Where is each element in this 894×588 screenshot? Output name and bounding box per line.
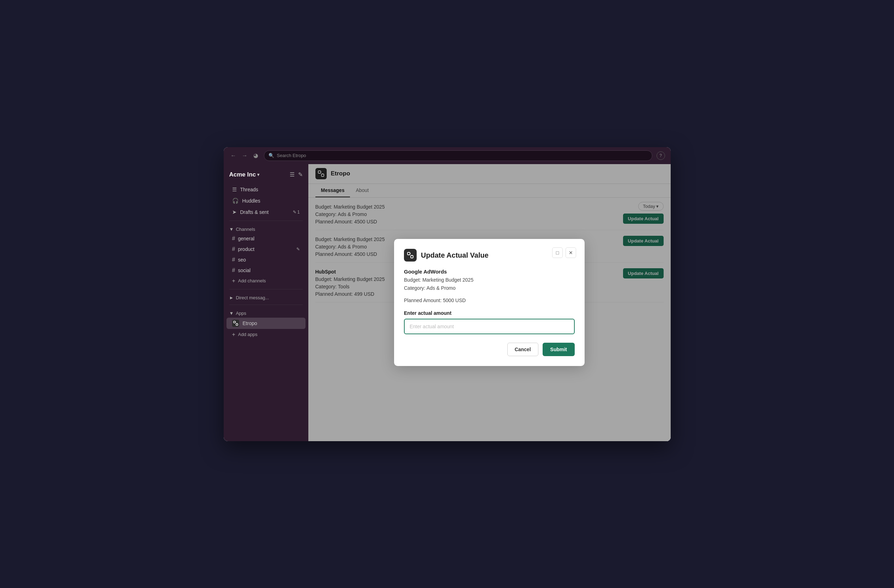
update-actual-modal: □ ✕ Update Actual [394, 239, 584, 366]
history-button[interactable]: ◕ [252, 151, 260, 160]
sidebar: Acme Inc ▾ ☰ ✎ ☰ Threads 🎧 Huddles ➤ Dra… [224, 164, 308, 441]
compose-icon[interactable]: ✎ [298, 171, 303, 178]
modal-input-label: Enter actual amount [404, 310, 575, 316]
sidebar-divider-3 [229, 305, 303, 305]
threads-icon: ☰ [232, 186, 237, 193]
search-text: Search Etropo [277, 153, 306, 158]
svg-rect-8 [408, 252, 410, 255]
huddles-icon: 🎧 [232, 198, 239, 204]
drafts-icon: ➤ [232, 209, 237, 215]
hash-icon: # [232, 257, 235, 263]
forward-button[interactable]: → [241, 151, 249, 160]
filter-icon[interactable]: ☰ [290, 171, 294, 178]
modal-planned: Planned Amount: 5000 USD [404, 298, 575, 303]
submit-button[interactable]: Submit [543, 343, 575, 356]
sidebar-divider-2 [229, 289, 303, 289]
search-icon: 🔍 [269, 153, 274, 158]
modal-category: Category: Ads & Promo [404, 284, 575, 292]
sidebar-app-etropo[interactable]: Etropo [227, 317, 305, 329]
svg-rect-9 [411, 255, 413, 258]
modal-close-button[interactable]: ✕ [566, 248, 576, 258]
drafts-label: Drafts & sent [240, 209, 269, 215]
sidebar-item-threads[interactable]: ☰ Threads [227, 184, 305, 195]
sidebar-item-drafts[interactable]: ➤ Drafts & sent ✎ 1 [227, 207, 305, 218]
search-bar[interactable]: 🔍 Search Etropo [264, 150, 652, 161]
modal-item-name: Google AdWords [404, 269, 575, 275]
add-channels-label: Add channels [238, 278, 266, 283]
edit-badge-icon: ✎ [293, 210, 296, 215]
sidebar-channel-product[interactable]: # product ✎ [227, 244, 305, 254]
channels-section-header[interactable]: ▼ Channels [224, 224, 308, 233]
sidebar-divider [229, 221, 303, 221]
workspace-chevron: ▾ [257, 172, 259, 177]
modal-budget: Budget: Marketing Budget 2025 [404, 276, 575, 284]
modal-header: Update Actual Value [404, 249, 575, 262]
apps-section-header[interactable]: ▼ Apps [224, 308, 308, 317]
hash-icon: # [232, 236, 235, 242]
cancel-button[interactable]: Cancel [507, 343, 538, 356]
channel-label: product [238, 246, 254, 252]
apps-arrow: ▼ [229, 311, 234, 316]
back-button[interactable]: ← [229, 151, 238, 160]
add-apps-button[interactable]: + Add apps [227, 330, 305, 340]
dm-arrow: ► [229, 295, 234, 300]
channel-edit-icon: ✎ [296, 247, 300, 252]
hash-icon: # [232, 267, 235, 274]
browser-nav: ← → ◕ [229, 151, 260, 160]
main-content: Etropo Messages About Budget: Marketing … [308, 164, 670, 441]
channel-label: general [238, 236, 254, 242]
add-channels-button[interactable]: + Add channels [227, 276, 305, 286]
sidebar-item-huddles[interactable]: 🎧 Huddles [227, 195, 305, 206]
channels-arrow: ▼ [229, 227, 234, 232]
channels-label: Channels [236, 227, 255, 232]
apps-section-label: Apps [236, 311, 246, 316]
threads-label: Threads [240, 187, 258, 192]
modal-top-actions: □ ✕ [552, 248, 576, 258]
sidebar-channel-general[interactable]: # general [227, 234, 305, 243]
svg-rect-0 [234, 321, 235, 323]
modal-copy-button[interactable]: □ [552, 248, 563, 258]
dm-section-header[interactable]: ► Direct messag... [224, 292, 308, 302]
etropo-app-label: Etropo [243, 320, 257, 326]
help-button[interactable]: ? [657, 151, 665, 160]
modal-title: Update Actual Value [421, 251, 489, 259]
sidebar-header: Acme Inc ▾ ☰ ✎ [224, 168, 308, 184]
modal-info: Google AdWords Budget: Marketing Budget … [404, 269, 575, 292]
dm-label: Direct messag... [236, 295, 269, 300]
svg-rect-1 [236, 323, 238, 325]
sidebar-channel-seo[interactable]: # seo [227, 255, 305, 265]
huddles-label: Huddles [242, 198, 260, 204]
modal-icon [404, 249, 417, 262]
modal-overlay[interactable]: □ ✕ Update Actual [308, 164, 670, 441]
channel-label: seo [238, 257, 246, 263]
sidebar-channel-social[interactable]: # social [227, 265, 305, 275]
browser-bar: ← → ◕ 🔍 Search Etropo ? [224, 147, 670, 164]
add-apps-icon: + [232, 331, 235, 338]
channel-label: social [238, 268, 251, 273]
workspace-label: Acme Inc [229, 171, 256, 178]
drafts-badge: ✎ 1 [293, 210, 300, 215]
sidebar-header-icons: ☰ ✎ [290, 171, 303, 178]
etropo-app-icon [232, 320, 239, 327]
add-apps-label: Add apps [238, 332, 258, 337]
modal-footer: Cancel Submit [404, 343, 575, 356]
hash-icon: # [232, 246, 235, 252]
workspace-name[interactable]: Acme Inc ▾ [229, 171, 260, 178]
actual-amount-input[interactable] [404, 319, 575, 334]
add-icon: + [232, 278, 235, 284]
